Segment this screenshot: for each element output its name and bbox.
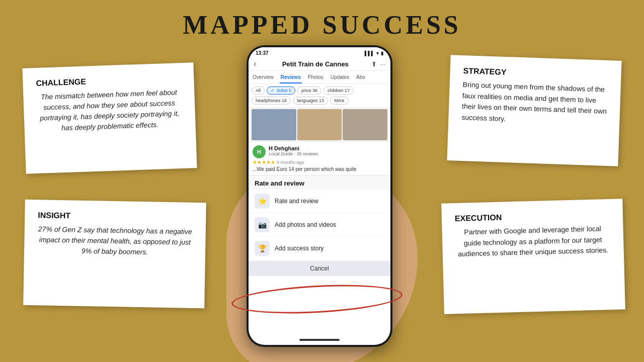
success-icon: 🏆 <box>255 241 270 256</box>
chip-ticket[interactable]: ✓ ticket 5 <box>267 86 295 95</box>
photos-icon: 📷 <box>255 217 270 232</box>
reviewer-sub: Local Guide · 35 reviews <box>269 151 386 156</box>
back-button[interactable]: ‹ <box>254 59 256 68</box>
tab-bar: Overview Reviews Photos Updates Abo <box>249 71 390 84</box>
status-bar: 13:37 ▌▌▌ ▾ ▮ <box>249 47 390 57</box>
phone-screen: 13:37 ▌▌▌ ▾ ▮ ‹ Petit Train de Cannes ⬆ … <box>249 47 390 345</box>
chip-all[interactable]: All <box>252 86 265 95</box>
phone-device: 13:37 ▌▌▌ ▾ ▮ ‹ Petit Train de Cannes ⬆ … <box>247 45 392 347</box>
photo-1[interactable] <box>252 109 296 140</box>
strategy-text: Bring out young men from the shadows of … <box>461 79 608 128</box>
photo-3[interactable] <box>343 109 387 140</box>
nav-action-icons: ⬆ ··· <box>371 60 385 68</box>
chip-more[interactable]: More <box>330 97 349 105</box>
tab-reviews[interactable]: Reviews <box>280 73 302 83</box>
reviewer-info: H Dehghani Local Guide · 35 reviews <box>269 145 386 156</box>
tab-about[interactable]: Abo <box>355 73 366 83</box>
photo-2[interactable] <box>297 109 342 140</box>
tab-updates[interactable]: Updates <box>330 73 350 83</box>
sheet-item-success[interactable]: 🏆 Add success story <box>249 237 390 260</box>
reviewer-row: H H Dehghani Local Guide · 35 reviews <box>253 145 386 158</box>
home-indicator <box>299 339 340 341</box>
review-text: ...We paid Euro 14 per person which was … <box>253 166 386 172</box>
more-icon[interactable]: ··· <box>380 60 385 68</box>
rate-icon: ⭐ <box>255 194 270 209</box>
star-rating: ★★★★★ <box>253 159 275 165</box>
filter-chips: All ✓ ticket 5 price 36 children 17 head… <box>249 84 390 107</box>
reviewer-name: H Dehghani <box>269 145 386 151</box>
phone-mockup: 13:37 ▌▌▌ ▾ ▮ ‹ Petit Train de Cannes ⬆ … <box>247 45 397 357</box>
reviewer-avatar: H <box>253 145 266 158</box>
bottom-sheet: Rate and review ⭐ Rate and review 📷 Add … <box>249 175 390 276</box>
challenge-card: CHALLENGE The mismatch between how men f… <box>22 62 197 174</box>
strategy-title: STRATEGY <box>463 66 608 80</box>
share-icon[interactable]: ⬆ <box>371 60 377 68</box>
chip-headphones[interactable]: headphones 16 <box>252 97 291 105</box>
insight-title: INSIGHT <box>38 211 193 222</box>
rate-label: Rate and review <box>275 198 318 205</box>
nav-bar: ‹ Petit Train de Cannes ⬆ ··· <box>249 57 390 71</box>
tab-photos[interactable]: Photos <box>307 73 325 83</box>
status-icons: ▌▌▌ ▾ ▮ <box>365 51 383 56</box>
chip-languages[interactable]: languages 13 <box>293 97 328 105</box>
sheet-item-photos[interactable]: 📷 Add photos and videos <box>249 213 390 236</box>
stars-row: ★★★★★ 9 months ago <box>253 159 386 165</box>
execution-card: EXECUTION Partner with Google and levera… <box>441 199 625 314</box>
insight-text: 27% of Gen Z say that technology has a n… <box>37 224 193 258</box>
strategy-card: STRATEGY Bring out young men from the sh… <box>447 55 621 166</box>
chip-price[interactable]: price 36 <box>297 86 321 95</box>
execution-title: EXECUTION <box>455 210 610 223</box>
battery-icon: ▮ <box>381 51 383 56</box>
page-title: MAPPED SUCCESS <box>0 0 644 40</box>
status-time: 13:37 <box>256 50 269 56</box>
tab-overview[interactable]: Overview <box>252 73 275 83</box>
review-section: H H Dehghani Local Guide · 35 reviews ★★… <box>249 142 390 175</box>
photos-label: Add photos and videos <box>275 221 336 228</box>
sheet-item-rate[interactable]: ⭐ Rate and review <box>249 190 390 213</box>
wifi-icon: ▾ <box>376 51 379 56</box>
challenge-text: The mismatch between how men feel about … <box>36 87 183 134</box>
cancel-button[interactable]: Cancel <box>249 261 390 276</box>
nav-title: Petit Train de Cannes <box>259 60 371 68</box>
review-date: 9 months ago <box>277 160 304 165</box>
insight-card: INSIGHT 27% of Gen Z say that technology… <box>23 200 206 308</box>
success-label: Add success story <box>275 245 324 252</box>
signal-icon: ▌▌▌ <box>365 51 374 56</box>
challenge-title: CHALLENGE <box>36 74 181 88</box>
sheet-title: Rate and review <box>249 175 390 189</box>
execution-text: Partner with Google and leverage their l… <box>455 223 611 260</box>
chip-children[interactable]: children 17 <box>324 86 354 95</box>
photos-strip <box>249 107 390 142</box>
